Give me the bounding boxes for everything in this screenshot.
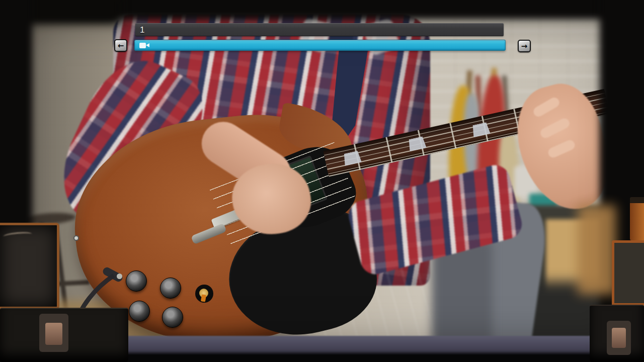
case-latch-plate	[45, 323, 62, 345]
room-floor-glow	[578, 205, 616, 295]
road-case	[0, 308, 128, 362]
section-number-label: 1	[135, 24, 144, 36]
speaker-cabinet	[612, 240, 644, 306]
video-camera-icon	[139, 43, 146, 48]
lesson-player-screen: 1 ← →	[0, 0, 644, 362]
case-latch-plate	[612, 328, 626, 348]
case-latch	[39, 314, 68, 352]
video-camera-lens-icon	[146, 43, 149, 47]
amp-head	[630, 197, 644, 240]
next-section-button[interactable]: →	[518, 40, 531, 52]
amp-logo	[3, 231, 33, 239]
left-arrow-icon: ←	[118, 41, 124, 50]
video-timeline-scrubber[interactable]	[134, 40, 506, 51]
right-arrow-icon: →	[521, 42, 528, 51]
previous-section-button[interactable]: ←	[114, 39, 127, 52]
road-case	[590, 305, 644, 362]
case-latch	[607, 321, 631, 355]
marshall-amp	[0, 223, 59, 309]
section-indicator-bar: 1	[135, 23, 504, 36]
timeline-playhead[interactable]	[139, 43, 150, 48]
